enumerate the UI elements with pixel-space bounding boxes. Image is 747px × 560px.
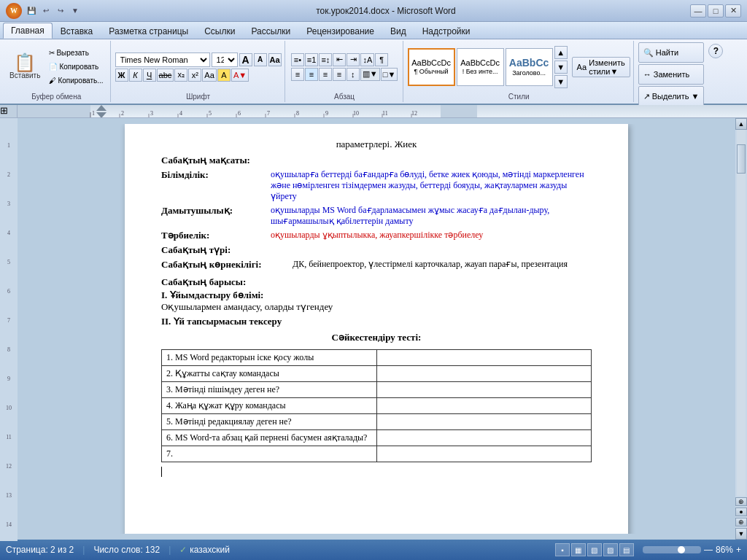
- document-page: параметрлері. Жиек Сабақтың мақсаты: Біл…: [125, 124, 628, 534]
- align-center-btn[interactable]: ≡: [305, 68, 318, 81]
- status-sep1: |: [82, 545, 85, 555]
- strikethrough-btn[interactable]: abc: [157, 69, 174, 82]
- table-cell-left: 3. Мәтінді пішімдеу деген не?: [162, 382, 377, 398]
- document-container[interactable]: параметрлері. Жиек Сабақтың мақсаты: Біл…: [18, 124, 735, 534]
- bold-btn[interactable]: Ж: [115, 69, 128, 82]
- scrollbar-thumb[interactable]: [737, 144, 746, 174]
- superscript-btn[interactable]: x²: [188, 69, 201, 82]
- styles-up-btn[interactable]: ▲: [554, 46, 568, 59]
- help-btn[interactable]: ?: [708, 44, 723, 58]
- customize-quick-btn[interactable]: ▼: [69, 4, 82, 18]
- table-cell-right: [376, 398, 592, 414]
- highlight-btn[interactable]: A: [217, 69, 231, 82]
- case-btn[interactable]: Аа: [202, 69, 217, 82]
- styles-down-btn[interactable]: ▼: [554, 61, 568, 74]
- numbered-list-btn[interactable]: ≡1: [305, 53, 319, 66]
- font-shrink-btn[interactable]: A: [254, 53, 267, 66]
- tab-references[interactable]: Ссылки: [196, 23, 243, 39]
- svg-text:10: 10: [6, 405, 12, 411]
- find-btn[interactable]: 🔍 Найти: [638, 42, 705, 63]
- scroll-up-btn[interactable]: ▲: [735, 118, 747, 130]
- tab-insert[interactable]: Вставка: [53, 23, 101, 39]
- view-print-btn[interactable]: ▪: [555, 543, 570, 556]
- style-nospace-preview: AaBbCcDc: [460, 58, 500, 68]
- svg-marker-26: [96, 105, 107, 111]
- redo-quick-btn[interactable]: ↪: [54, 4, 67, 18]
- scrollbar-track[interactable]: [737, 130, 746, 496]
- table-cell-left: 4. Жаңа құжат құру командасы: [162, 398, 377, 414]
- page-nav-btns: ⊕ ● ⊕: [736, 497, 746, 526]
- align-justify-btn[interactable]: ≡: [333, 68, 346, 81]
- section1-text: Оқушылармен амандасу, оларды түгендеу: [161, 301, 592, 313]
- view-fullread-btn[interactable]: ▦: [571, 543, 586, 556]
- close-btn[interactable]: ✕: [725, 4, 741, 18]
- styles-more-btn[interactable]: ▼: [554, 75, 568, 88]
- tab-review[interactable]: Рецензирование: [298, 23, 382, 39]
- prev-page-btn[interactable]: ⊕: [735, 497, 747, 506]
- align-right-btn[interactable]: ≡: [319, 68, 332, 81]
- copy-button[interactable]: 📄Копировать: [45, 61, 107, 74]
- cut-button[interactable]: ✂Вырезать: [45, 47, 107, 60]
- table-cell-right: [376, 430, 592, 446]
- svg-text:9: 9: [7, 376, 10, 382]
- zoom-plus[interactable]: +: [736, 545, 741, 555]
- show-marks-btn[interactable]: ¶: [375, 53, 388, 66]
- view-draft-btn[interactable]: ▤: [619, 543, 634, 556]
- lesson-progress-label: Сабақтың барысы:: [161, 276, 246, 287]
- educational-text: оқушыларға беттерді бағандарға бөлуді, б…: [271, 169, 592, 202]
- svg-text:12: 12: [6, 463, 12, 470]
- view-web-btn[interactable]: ▧: [587, 543, 602, 556]
- multilevel-list-btn[interactable]: ≡↕: [319, 53, 332, 66]
- select-btn[interactable]: ↗ Выделить▼: [638, 86, 705, 106]
- developing-label: Дамытушылық:: [161, 205, 271, 227]
- select-browse-btn[interactable]: ●: [735, 508, 747, 516]
- style-heading[interactable]: AaBbCc Заголово...: [506, 48, 553, 86]
- font-name-select[interactable]: Times New Roman: [115, 52, 210, 67]
- zoom-slider[interactable]: [643, 546, 701, 553]
- zoom-level: 86%: [716, 545, 733, 555]
- sort-btn[interactable]: ↕A: [360, 53, 374, 66]
- font-grow-btn[interactable]: A: [239, 53, 252, 66]
- style-normal[interactable]: AaBbCcDc ¶ Обычный: [408, 48, 455, 86]
- increase-indent-btn[interactable]: ⇥: [347, 53, 360, 66]
- style-nospace[interactable]: AaBbCcDc ! Без инте...: [457, 48, 504, 86]
- zoom-thumb: [678, 546, 685, 553]
- minimize-btn[interactable]: —: [690, 4, 706, 18]
- svg-text:2: 2: [121, 110, 124, 117]
- table-cell-right: [376, 366, 592, 382]
- section2-label: II. Үй тапсырмасын тексеру: [161, 316, 282, 327]
- border-btn[interactable]: □▼: [381, 68, 398, 81]
- clear-format-btn[interactable]: Аа: [268, 53, 282, 66]
- table-cell-right: [376, 382, 592, 398]
- bullet-list-btn[interactable]: ≡•: [291, 53, 304, 66]
- underline-btn[interactable]: Ч: [143, 69, 156, 82]
- scroll-down-btn[interactable]: ▼: [735, 528, 747, 540]
- clipboard-content: 📋 Вставить ✂Вырезать 📄Копировать 🖌Копиро…: [6, 42, 107, 91]
- font-size-select[interactable]: 12: [212, 52, 238, 67]
- change-styles-btn[interactable]: Аа Изменитьстили▼: [572, 57, 630, 77]
- line-spacing-btn[interactable]: ↕: [347, 68, 360, 81]
- section2-row: II. Үй тапсырмасын тексеру: [161, 316, 592, 327]
- zoom-minus[interactable]: —: [704, 545, 713, 555]
- subscript-btn[interactable]: x₂: [174, 69, 187, 82]
- font-color-btn[interactable]: A▼: [231, 69, 249, 82]
- tab-addons[interactable]: Надстройки: [414, 23, 479, 39]
- tab-home[interactable]: Главная: [3, 23, 53, 39]
- undo-quick-btn[interactable]: ↩: [39, 4, 53, 18]
- decrease-indent-btn[interactable]: ⇤: [333, 53, 346, 66]
- next-page-btn[interactable]: ⊕: [735, 518, 747, 526]
- paste-button[interactable]: 📋 Вставить: [6, 47, 44, 88]
- format-painter-button[interactable]: 🖌Копировать...: [45, 74, 107, 88]
- tab-mailings[interactable]: Рассылки: [243, 23, 298, 39]
- save-quick-btn[interactable]: 💾: [25, 4, 38, 18]
- maximize-btn[interactable]: □: [708, 4, 724, 18]
- align-left-btn[interactable]: ≡: [291, 68, 304, 81]
- view-outline-btn[interactable]: ▨: [603, 543, 618, 556]
- replace-btn[interactable]: ↔ Заменить: [638, 64, 705, 85]
- italic-btn[interactable]: К: [129, 69, 142, 82]
- ruler-corner[interactable]: ⊞: [0, 105, 18, 118]
- shading-btn[interactable]: ▥▼: [360, 68, 380, 81]
- lesson-type-row: Сабақтың түрі:: [161, 244, 592, 256]
- tab-view[interactable]: Вид: [382, 23, 414, 39]
- tab-layout[interactable]: Разметка страницы: [101, 23, 196, 39]
